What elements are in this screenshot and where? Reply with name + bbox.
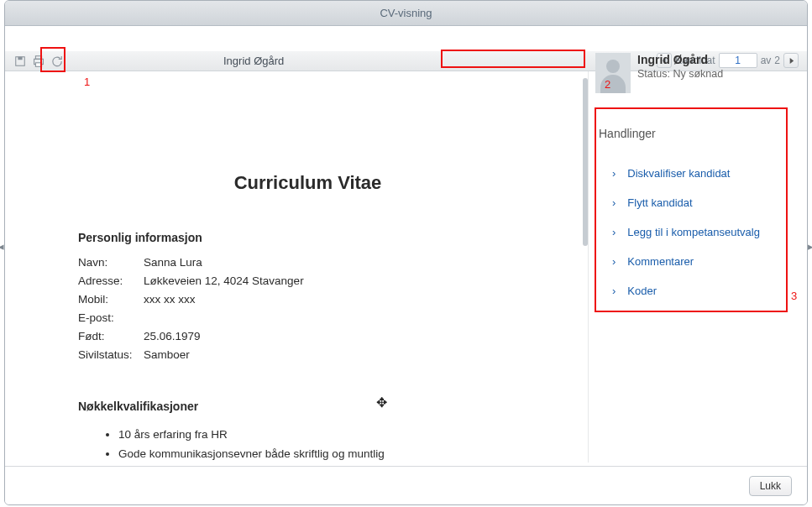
label-address: Adresse: [78,274,144,287]
cv-pane: Curriculum Vitae Personlig informasjon N… [5,71,592,463]
info-row-name: Navn: Sanna Lura [78,256,537,269]
chevron-right-icon: › [612,255,616,268]
content-area: Curriculum Vitae Personlig informasjon N… [5,71,807,463]
value-civil: Samboer [144,348,190,361]
toolbar-left [5,53,65,70]
svg-rect-4 [35,62,41,66]
info-row-civil: Sivilstatus: Samboer [78,348,537,361]
quals-heading: Nøkkelkvalifikasjoner [78,400,537,413]
value-mobile: xxx xx xxx [144,293,196,306]
print-icon[interactable] [30,53,47,70]
label-mobile: Mobil: [78,293,144,306]
label-civil: Sivilstatus: [78,348,144,361]
refresh-icon[interactable] [49,53,65,70]
list-item: Gode kommunikasjonsevner både skriftlig … [118,447,537,460]
sidebar: Ingrid Øgård Status: Ny søknad Handlinge… [592,71,807,463]
scrollbar-thumb[interactable] [583,78,588,246]
resize-left-icon: ◂ [0,240,4,253]
dialog-window: CV-visning Ingrid Øgård Kandidat av 2 [4,0,808,505]
label-born: Født: [78,330,144,342]
actions-title: Handlinger [595,127,797,140]
qualifications-section: Nøkkelkvalifikasjoner 10 års erfaring fr… [78,400,537,460]
window-titlebar: CV-visning [5,1,807,26]
action-label: Legg til i kompetanseutvalg [627,226,760,238]
cv-document: Curriculum Vitae Personlig informasjon N… [15,71,588,460]
close-button[interactable]: Lukk [749,476,792,496]
action-label: Koder [627,285,657,297]
chevron-right-icon: › [612,196,616,209]
action-add-competence[interactable]: › Legg til i kompetanseutvalg [595,217,797,247]
label-name: Navn: [78,256,144,269]
list-item: 10 års erfaring fra HR [118,428,537,441]
header-candidate-name: Ingrid Øgård [223,55,284,67]
action-codes[interactable]: › Koder [595,276,797,306]
chevron-right-icon: › [612,226,616,238]
chevron-right-icon: › [612,167,616,180]
value-address: Løkkeveien 12, 4024 Stavanger [144,274,304,287]
chevron-right-icon: › [612,285,616,297]
window-title: CV-visning [380,7,432,19]
action-move[interactable]: › Flytt kandidat [595,188,797,217]
cv-title: Curriculum Vitae [78,172,537,194]
cv-scroll[interactable]: Curriculum Vitae Personlig informasjon N… [15,71,589,463]
callout-label-2: 2 [605,78,610,91]
value-name: Sanna Lura [144,256,202,269]
resize-right-icon: ▸ [808,240,812,253]
candidate-id-block: Ingrid Øgård Status: Ny søknad [637,53,723,80]
action-disqualify[interactable]: › Diskvalifiser kandidat [595,159,797,188]
callout-label-1: 1 [84,76,90,88]
personal-info-heading: Personlig informasjon [78,231,537,244]
candidate-status: Status: Ny søknad [637,68,723,80]
info-row-address: Adresse: Løkkeveien 12, 4024 Stavanger [78,274,537,287]
label-email: E-post: [78,311,144,324]
candidate-name: Ingrid Øgård [637,53,723,66]
action-label: Kommentarer [627,255,694,268]
value-born: 25.06.1979 [144,330,201,342]
quals-list: 10 års erfaring fra HR Gode kommunikasjo… [78,428,537,460]
action-comments[interactable]: › Kommentarer [595,247,797,276]
info-row-born: Født: 25.06.1979 [78,330,537,342]
action-label: Diskvalifiser kandidat [627,167,730,180]
info-row-email: E-post: [78,311,537,324]
candidate-header: Ingrid Øgård Status: Ny søknad [595,53,797,93]
action-label: Flytt kandidat [627,196,692,209]
avatar [595,53,631,93]
svg-rect-1 [18,56,22,60]
svg-rect-3 [35,55,41,59]
actions-panel: Handlinger › Diskvalifiser kandidat › Fl… [595,127,797,306]
info-row-mobile: Mobil: xxx xx xxx [78,293,537,306]
callout-label-3: 3 [791,290,797,302]
dialog-footer: Lukk [5,466,807,504]
save-icon[interactable] [12,53,29,70]
